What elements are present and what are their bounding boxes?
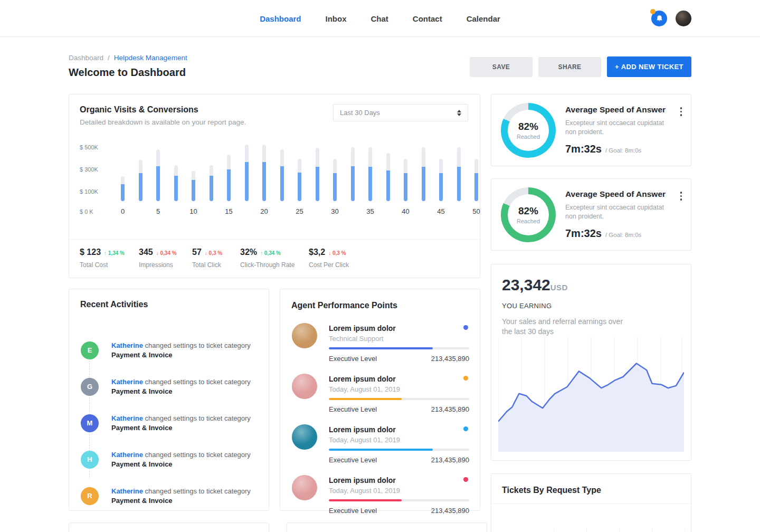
add-new-ticket-button[interactable]: + ADD NEW TICKET	[607, 56, 691, 77]
earnings-amount: 23,342	[502, 276, 550, 294]
activity-actor[interactable]: Katherine	[111, 487, 143, 495]
activity-actor[interactable]: Katherine	[111, 378, 143, 386]
nav-item[interactable]: Inbox	[325, 14, 346, 23]
agent-progress-fill	[329, 347, 433, 349]
agent-level: Executive Level	[329, 507, 377, 515]
activity-action: changed settings to ticket category	[145, 451, 251, 459]
agent-body: Lorem ipsum dolor Today, August 01, 2019…	[329, 424, 469, 464]
nav-item[interactable]: Dashboard	[260, 14, 301, 23]
stat-delta: ↓ 0,3 %	[328, 250, 346, 256]
agent-list: Lorem ipsum dolor Technical Support Exec…	[292, 323, 469, 526]
kebab-menu-icon[interactable]	[679, 191, 683, 202]
activity-item[interactable]: E Katherine changed settings to ticket c…	[69, 332, 269, 368]
x-axis-tick: 40	[402, 207, 409, 215]
header-right	[651, 11, 691, 26]
nav-item-label: Dashboard	[260, 14, 301, 23]
speed-card-title: Average Speed of Answer	[565, 105, 672, 115]
activity-item[interactable]: G Katherine changed settings to ticket c…	[69, 368, 269, 405]
speed-of-answer-card-2: 82% Reached Average Speed of Answer Exce…	[491, 178, 691, 251]
bar-value	[245, 162, 249, 201]
page-title: Welcome to Dashboard	[69, 66, 186, 79]
recent-activities-title: Recent Activities	[80, 300, 148, 309]
nav-item[interactable]: Chat	[370, 14, 388, 23]
agent-item[interactable]: Lorem ipsum dolor Technical Support Exec…	[292, 323, 469, 363]
activity-item[interactable]: M Katherine changed settings to ticket c…	[69, 405, 269, 441]
agent-meta-row: Executive Level 213,435,890	[329, 405, 469, 413]
speed-time: 7m:32s	[565, 227, 602, 240]
agent-points: 213,435,890	[431, 355, 469, 363]
organic-stats-row: $ 123 ↑ 1,34 % Total Cost 345 ↓ 0,34 % I…	[80, 248, 470, 274]
nav-item[interactable]: Contact	[413, 14, 442, 23]
speed-goal: / Goal: 8m:0s	[605, 147, 641, 154]
kebab-menu-icon[interactable]	[679, 106, 683, 117]
x-axis-tick: 50	[472, 207, 480, 215]
activity-category: Payment & Invoice	[111, 351, 173, 359]
bar-value	[368, 167, 372, 201]
organic-visits-card: Organic Visits & Conversions Detailed br…	[69, 94, 480, 278]
trend-arrow-icon: ↓	[205, 250, 207, 256]
stat-delta: ↑ 1,34 %	[104, 250, 125, 256]
agent-avatar	[292, 475, 317, 500]
breadcrumb-parent[interactable]: Dashboard	[69, 54, 103, 62]
agent-item[interactable]: Lorem ipsum dolor Today, August 01, 2019…	[292, 374, 469, 413]
stats-divider	[69, 239, 480, 240]
nav-item[interactable]: Calendar	[467, 14, 500, 23]
user-avatar[interactable]	[676, 11, 691, 26]
stat-value: $3,2	[309, 248, 325, 257]
activity-item[interactable]: R Katherine changed settings to ticket c…	[69, 478, 269, 514]
agent-name: Lorem ipsum dolor	[329, 475, 469, 484]
donut-percent: 82%	[518, 205, 538, 217]
x-axis-tick: 10	[189, 207, 197, 215]
agent-item[interactable]: Lorem ipsum dolor Today, August 01, 2019…	[292, 424, 469, 464]
speed-card-title: Average Speed of Answer	[565, 189, 672, 199]
donut-chart: 82% Reached	[501, 103, 556, 158]
x-axis-tick: 30	[331, 207, 338, 215]
activity-actor[interactable]: Katherine	[111, 414, 143, 422]
agent-avatar	[292, 424, 317, 450]
agent-avatar	[292, 374, 317, 399]
activity-actor[interactable]: Katherine	[111, 341, 143, 349]
activity-actor[interactable]: Katherine	[111, 451, 143, 459]
agent-level: Executive Level	[329, 456, 377, 464]
status-dot	[463, 426, 468, 431]
stat-label: Click-Through Rate	[240, 261, 294, 269]
stat-block: $3,2 ↓ 0,3 % Cost Per Click	[309, 248, 349, 269]
notifications-button[interactable]	[651, 11, 667, 26]
donut-reached-label: Reached	[517, 218, 540, 224]
bar-value	[351, 166, 355, 201]
bar-value	[139, 173, 142, 201]
agent-level: Executive Level	[329, 405, 377, 413]
organic-card-header: Organic Visits & Conversions Detailed br…	[80, 105, 246, 126]
agent-name: Lorem ipsum dolor	[329, 374, 469, 383]
stat-delta: ↓ 0,3 %	[205, 250, 222, 256]
donut-chart: 82% Reached	[501, 187, 556, 242]
agent-progress-track	[329, 499, 469, 501]
tickets-chart-gridlines	[491, 528, 691, 532]
agent-points: 213,435,890	[431, 456, 469, 464]
activity-category: Payment & Invoice	[111, 387, 173, 395]
activity-item[interactable]: H Katherine changed settings to ticket c…	[69, 441, 269, 478]
bar-value	[227, 169, 231, 201]
activity-avatar: G	[81, 378, 99, 396]
bar-value	[422, 167, 425, 201]
agent-item[interactable]: Lorem ipsum dolor Today, August 01, 2019…	[292, 475, 469, 515]
breadcrumb-current[interactable]: Helpdesk Management	[114, 54, 187, 62]
tickets-by-request-type-card: Tickets By Request Type	[491, 473, 691, 532]
activity-text: Katherine changed settings to ticket cat…	[111, 450, 251, 469]
nav-item-label: Calendar	[467, 14, 500, 23]
share-button[interactable]: SHARE	[538, 57, 601, 77]
agent-name: Lorem ipsum dolor	[329, 323, 469, 332]
save-button[interactable]: SAVE	[470, 57, 533, 77]
agent-progress-track	[329, 347, 469, 349]
bar-value	[457, 167, 461, 201]
bar-value	[121, 184, 125, 201]
nav-item-label: Chat	[370, 14, 388, 23]
earnings-desc: Your sales and referral earnings over th…	[502, 317, 634, 337]
speed-card-content: Average Speed of Answer Excepteur sint o…	[565, 105, 672, 155]
nav-item-label: Inbox	[325, 14, 346, 23]
activity-action: changed settings to ticket category	[145, 341, 251, 349]
agent-avatar	[292, 323, 317, 348]
agent-performance-title: Agent Performance Points	[291, 301, 397, 310]
y-axis-tick: $ 100K	[80, 188, 98, 195]
date-range-select[interactable]: Last 30 Days	[333, 104, 468, 121]
